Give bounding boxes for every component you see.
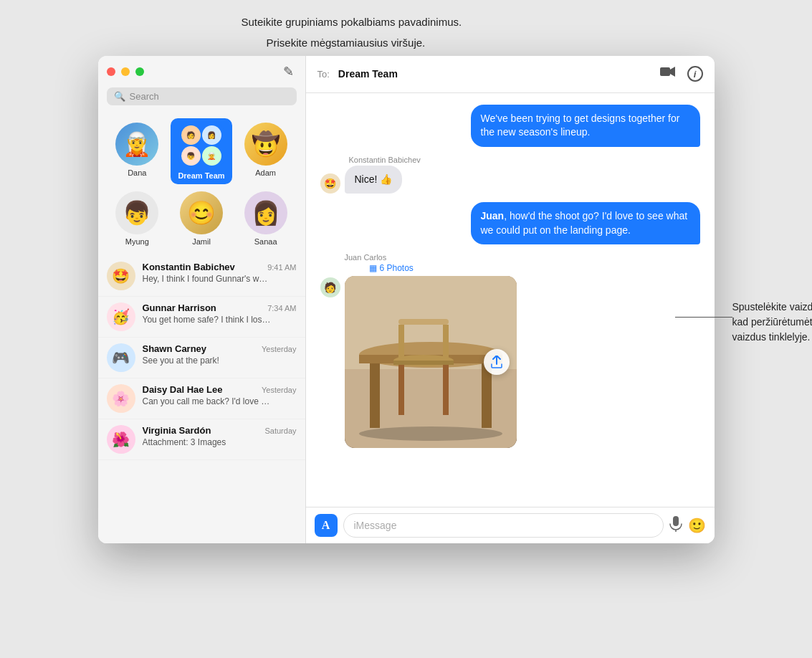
- gunnar-name: Gunnar Harrison: [143, 302, 216, 313]
- svg-rect-9: [398, 325, 404, 361]
- msg4-with-avatar: 🧑 ▦ 6 Photos: [320, 263, 517, 448]
- gunnar-preview: You get home safe? I think I lost my wal…: [143, 315, 272, 325]
- svg-rect-12: [393, 361, 454, 365]
- contact-dana[interactable]: 🧝 Dana: [107, 118, 168, 184]
- annotation-top: Suteikite grupiniams pokalbiams pavadini…: [242, 14, 715, 31]
- header-icons: i: [660, 66, 703, 82]
- minimize-button[interactable]: [121, 67, 130, 76]
- photo-count[interactable]: 6 Photos: [380, 263, 414, 273]
- message-1: We've been trying to get designs togethe…: [320, 105, 700, 147]
- message-2: Konstantin Babichev 🤩 Nice! 👍: [320, 156, 700, 194]
- bubble-1: We've been trying to get designs togethe…: [471, 105, 700, 147]
- chat-header: To: Dream Team i: [306, 56, 715, 93]
- dreamteam-avatar: 🧑 👩 👦 🧝: [178, 123, 224, 168]
- audio-icon[interactable]: [669, 516, 682, 535]
- svg-rect-6: [370, 363, 380, 428]
- svg-rect-10: [443, 325, 449, 361]
- grid-icon: ▦: [369, 263, 377, 273]
- virginia-time: Saturday: [264, 426, 296, 435]
- konstantin-content: Konstantin Babichev 9:41 AM Hey, I think…: [143, 262, 297, 284]
- svg-point-15: [359, 426, 502, 441]
- msg4-avatar: 🧑: [320, 277, 340, 297]
- conv-virginia[interactable]: 🌺 Virginia Sardón Saturday Attachment: 3…: [98, 419, 305, 460]
- virginia-name: Virginia Sardón: [143, 425, 211, 436]
- contact-adam[interactable]: 🤠 Adam: [235, 118, 297, 184]
- share-button[interactable]: [484, 349, 510, 375]
- daisy-name: Daisy Dal Hae Lee: [143, 384, 223, 395]
- emoji-button[interactable]: 🙂: [688, 517, 706, 534]
- daisy-time: Yesterday: [262, 386, 297, 394]
- shawn-avatar: 🎮: [107, 343, 135, 372]
- dana-name: Dana: [128, 168, 146, 177]
- bubble-3: Juan, how'd the shoot go? I'd love to se…: [471, 202, 700, 244]
- chat-messages: We've been trying to get designs togethe…: [306, 93, 715, 507]
- shawn-content: Shawn Carney Yesterday See you at the pa…: [143, 343, 297, 366]
- photo-preview[interactable]: [345, 276, 517, 448]
- sanaa-avatar: 👩: [244, 191, 287, 234]
- conv-gunnar[interactable]: 🥳 Gunnar Harrison 7:34 AM You get home s…: [98, 297, 305, 338]
- daisy-content: Daisy Dal Hae Lee Yesterday Can you call…: [143, 384, 297, 406]
- myung-avatar: 👦: [115, 191, 158, 234]
- appstore-button[interactable]: A: [315, 514, 338, 537]
- svg-rect-16: [673, 516, 679, 526]
- message-input[interactable]: iMessage: [343, 513, 664, 538]
- dana-avatar: 🧝: [115, 123, 158, 166]
- bubble-2: Nice! 👍: [345, 166, 403, 194]
- maximize-button[interactable]: [135, 67, 144, 76]
- chat-input-area: A iMessage 🙂: [306, 507, 715, 543]
- svg-rect-14: [443, 365, 449, 415]
- info-icon[interactable]: i: [687, 66, 703, 82]
- konstantin-time: 9:41 AM: [267, 263, 296, 272]
- contact-jamil[interactable]: 😊 Jamil: [171, 187, 232, 250]
- message-4: Juan Carlos 🧑 ▦ 6 Photos: [320, 253, 700, 448]
- msg2-avatar: 🤩: [320, 173, 340, 194]
- message-3: Juan, how'd the shoot go? I'd love to se…: [320, 202, 700, 244]
- svg-rect-0: [660, 67, 670, 76]
- jamil-avatar: 😊: [180, 191, 223, 234]
- chat-area: To: Dream Team i We've been trying to ge…: [306, 56, 715, 543]
- search-placeholder: Search: [130, 91, 159, 102]
- contact-sanaa[interactable]: 👩 Sanaa: [235, 187, 297, 250]
- gunnar-avatar: 🥳: [107, 302, 135, 331]
- to-label: To:: [317, 69, 330, 80]
- video-call-icon[interactable]: [660, 66, 676, 82]
- shawn-preview: See you at the park!: [143, 356, 272, 366]
- sanaa-name: Sanaa: [254, 237, 277, 246]
- sidebar: ✎ 🔍 Search 🧝 Dana 🧑: [98, 56, 306, 543]
- svg-rect-8: [398, 319, 449, 325]
- conv-daisy[interactable]: 🌸 Daisy Dal Hae Lee Yesterday Can you ca…: [98, 378, 305, 419]
- shawn-name: Shawn Carney: [143, 343, 207, 354]
- konstantin-name: Konstantin Babichev: [143, 262, 235, 272]
- titlebar: ✎: [98, 56, 305, 87]
- gunnar-time: 7:34 AM: [267, 304, 296, 313]
- daisy-avatar: 🌸: [107, 384, 135, 413]
- msg2-with-avatar: 🤩 Nice! 👍: [320, 166, 403, 194]
- shawn-time: Yesterday: [262, 345, 297, 353]
- compose-button[interactable]: ✎: [280, 61, 297, 82]
- jamil-name: Jamil: [192, 237, 211, 246]
- chat-recipient: Dream Team: [338, 68, 654, 80]
- close-button[interactable]: [107, 67, 115, 76]
- daisy-preview: Can you call me back? I'd love to hear m…: [143, 396, 272, 406]
- photo-label: ▦ 6 Photos: [369, 263, 517, 273]
- svg-rect-13: [398, 365, 404, 415]
- adam-name: Adam: [255, 168, 276, 177]
- virginia-content: Virginia Sardón Saturday Attachment: 3 I…: [143, 425, 297, 447]
- konstantin-preview: Hey, I think I found Gunnar's wallet. It…: [143, 274, 272, 284]
- conv-konstantin[interactable]: 🤩 Konstantin Babichev 9:41 AM Hey, I thi…: [98, 256, 305, 297]
- svg-marker-1: [670, 67, 675, 77]
- conversations-list: 🤩 Konstantin Babichev 9:41 AM Hey, I thi…: [98, 256, 305, 543]
- sender-4: Juan Carlos: [345, 253, 387, 262]
- photo-message: ▦ 6 Photos: [345, 263, 517, 448]
- contact-myung[interactable]: 👦 Myung: [107, 187, 168, 250]
- pinned-contacts: 🧝 Dana 🧑 👩 👦 🧝 Dream Team: [98, 113, 305, 256]
- sender-2: Konstantin Babichev: [349, 156, 421, 164]
- app-window: ✎ 🔍 Search 🧝 Dana 🧑: [98, 56, 715, 543]
- conv-shawn[interactable]: 🎮 Shawn Carney Yesterday See you at the …: [98, 338, 305, 378]
- virginia-avatar: 🌺: [107, 425, 135, 454]
- gunnar-content: Gunnar Harrison 7:34 AM You get home saf…: [143, 302, 297, 325]
- contact-dreamteam[interactable]: 🧑 👩 👦 🧝 Dream Team: [171, 118, 232, 184]
- search-bar[interactable]: 🔍 Search: [107, 87, 297, 105]
- dreamteam-name: Dream Team: [178, 171, 224, 180]
- myung-name: Myung: [125, 237, 149, 246]
